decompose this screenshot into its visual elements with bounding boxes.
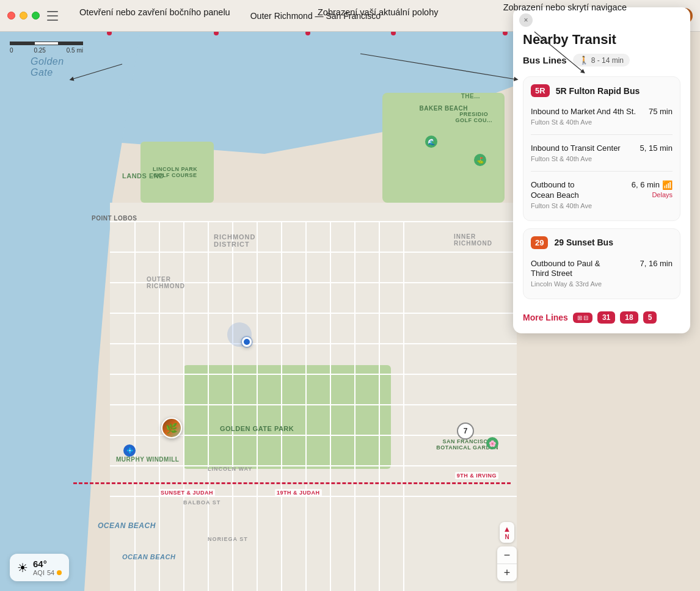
transit-stop-dot <box>107 32 112 35</box>
route-direction-2: Inbound to Transit Center <box>531 143 635 154</box>
aqi-dot <box>57 570 62 575</box>
more-line-badge-18[interactable]: 18 <box>620 311 638 324</box>
route-time-1: 75 min <box>649 107 673 116</box>
delay-icon: 📶 <box>662 180 673 190</box>
route-stop-1: Fulton St & 40th Ave <box>531 118 673 126</box>
bus-card-5r[interactable]: 5R 5R Fulton Rapid Bus Inbound to Market… <box>523 76 680 221</box>
delay-badge: 6, 6 min 📶 Delays <box>627 180 673 198</box>
presidio-park <box>382 93 505 203</box>
toggle-line <box>47 15 58 16</box>
route-stop-29-1: Lincoln Way & 33rd Ave <box>531 280 673 288</box>
sidebar-toggle-button[interactable] <box>47 11 58 21</box>
number-marker[interactable]: 7 <box>457 422 474 440</box>
transit-stop-dot <box>305 32 310 35</box>
zoom-out-button[interactable]: − <box>497 546 517 564</box>
more-lines-icon: ⊞ ⊟ <box>573 313 592 323</box>
weather-temperature: 64° <box>33 559 62 569</box>
bus-line-header-29: 29 29 Sunset Bus <box>531 236 673 249</box>
bus-card-29[interactable]: 29 29 Sunset Bus Outbound to Paul &Third… <box>523 228 680 300</box>
more-lines-row[interactable]: More Lines ⊞ ⊟ 31 18 5 <box>523 306 680 324</box>
bus-badge-29: 29 <box>531 236 548 249</box>
bus-name-5r: 5R Fulton Rapid Bus <box>556 86 640 96</box>
route-row-1: Inbound to Market And 4th St. 75 min <box>531 107 673 117</box>
street-grid <box>110 221 517 591</box>
route-item-29-1[interactable]: Outbound to Paul &Third Street 7, 16 min… <box>531 255 673 292</box>
zoom-controls: − + <box>497 546 517 581</box>
baker-beach-icon: 🌊 <box>425 136 437 148</box>
route-time-2: 5, 15 min <box>640 143 673 153</box>
route-time-29-1: 7, 16 min <box>640 259 673 268</box>
more-lines-label[interactable]: More Lines <box>523 313 568 322</box>
scale-label-025: 0.25 <box>34 47 45 54</box>
panel-subtitle-row: Bus Lines 🚶 8 - 14 min <box>523 54 680 67</box>
divider <box>531 171 673 172</box>
bus-name-29: 29 Sunset Bus <box>554 237 613 247</box>
transit-panel: × Nearby Transit Bus Lines 🚶 8 - 14 min … <box>513 7 690 333</box>
bus-line-header-5r: 5R 5R Fulton Rapid Bus <box>531 84 673 97</box>
botanical-marker[interactable]: 🌸 <box>486 437 498 449</box>
windmill-icon: 💠 <box>123 444 136 457</box>
photo-marker-icon: 🌿 <box>162 419 181 437</box>
route-row-29-1: Outbound to Paul &Third Street 7, 16 min <box>531 259 673 280</box>
more-line-badge-5[interactable]: 5 <box>643 311 657 324</box>
window-title: Outer Richmond — San Francisco <box>67 11 564 21</box>
route-direction-1: Inbound to Market And 4th St. <box>531 107 644 117</box>
current-location-dot <box>242 337 252 347</box>
minimize-button[interactable] <box>20 12 27 20</box>
route-stop-2: Fulton St & 40th Ave <box>531 155 673 162</box>
walk-time: 8 - 14 min <box>591 56 624 65</box>
route-direction-29-1: Outbound to Paul &Third Street <box>531 259 635 280</box>
baker-beach-marker[interactable]: 🌊 <box>425 136 437 148</box>
aqi-label: AQI <box>33 569 45 576</box>
maximize-button[interactable] <box>32 12 40 20</box>
more-line-badge-31[interactable]: 31 <box>597 311 615 324</box>
panel-close-button[interactable]: × <box>519 13 533 27</box>
number-marker-label: 7 <box>464 427 468 435</box>
traffic-lights <box>7 12 40 20</box>
toggle-line <box>47 20 58 21</box>
lincoln-park <box>140 142 214 203</box>
close-button[interactable] <box>7 12 15 20</box>
scale-bar: 0 0.25 0.5 mi <box>10 40 83 54</box>
transit-route-line <box>73 482 511 484</box>
route-row-2: Inbound to Transit Center 5, 15 min <box>531 143 673 154</box>
panel-title: Nearby Transit <box>523 32 680 48</box>
delay-text: Delays <box>652 191 673 198</box>
toggle-line <box>47 11 58 12</box>
walk-icon: 🚶 <box>579 56 589 65</box>
panel-subtitle: Bus Lines <box>523 55 567 65</box>
botanical-icon: 🌸 <box>486 437 498 449</box>
route-stop-3: Fulton St & 40th Ave <box>531 202 673 209</box>
route-item-2[interactable]: Inbound to Transit Center 5, 15 min Fult… <box>531 140 673 166</box>
route-direction-3: Outbound toOcean Beach <box>531 180 627 201</box>
map-controls: ▲ N − + <box>497 522 517 581</box>
scale-bar-line <box>10 40 83 46</box>
transit-stop-dot <box>214 32 219 35</box>
weather-info: 64° AQI 54 <box>33 559 62 576</box>
weather-aqi: AQI 54 <box>33 569 62 576</box>
route-item-1[interactable]: Inbound to Market And 4th St. 75 min Ful… <box>531 103 673 129</box>
route-time-3: 6, 6 min <box>632 180 660 189</box>
route-row-3: Outbound toOcean Beach 6, 6 min 📶 Delays <box>531 180 673 201</box>
scale-label-05: 0.5 mi <box>67 47 83 54</box>
transit-stop-dot <box>503 32 508 35</box>
photo-marker[interactable]: 🌿 <box>161 418 182 438</box>
scale-label-0: 0 <box>10 47 13 54</box>
north-indicator[interactable]: ▲ N <box>500 522 515 543</box>
panel-content: Nearby Transit Bus Lines 🚶 8 - 14 min 5R… <box>513 7 690 333</box>
presidio-marker[interactable]: ⛳ <box>474 154 486 166</box>
bus-badge-5r: 5R <box>531 84 550 97</box>
divider <box>531 134 673 135</box>
walk-time-badge: 🚶 8 - 14 min <box>573 54 630 67</box>
windmill-marker[interactable]: 💠 <box>123 444 136 457</box>
zoom-in-button[interactable]: + <box>497 564 517 581</box>
weather-widget[interactable]: ☀ 64° AQI 54 <box>10 554 69 581</box>
aqi-value: 54 <box>47 569 54 576</box>
route-item-3[interactable]: Outbound toOcean Beach 6, 6 min 📶 Delays… <box>531 176 673 213</box>
scale-text: 0 0.25 0.5 mi <box>10 47 83 54</box>
transit-stop-dot <box>391 32 396 35</box>
presidio-icon: ⛳ <box>474 154 486 166</box>
weather-icon: ☀ <box>17 560 28 575</box>
